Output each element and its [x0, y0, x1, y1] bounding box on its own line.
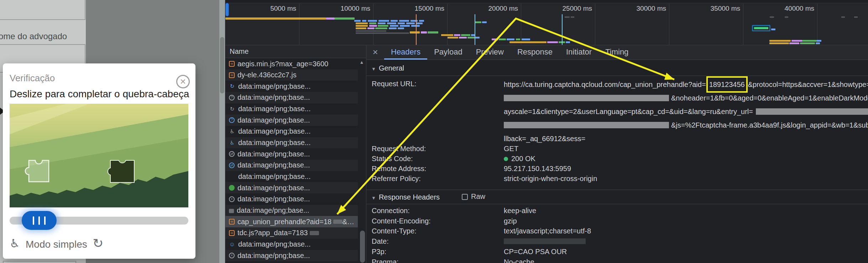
waterfall-bar	[335, 17, 355, 20]
header-row[interactable]: Remote Address:95.217.150.143:5959	[366, 164, 868, 174]
network-request-row[interactable]: ⇄data:image/png;base...	[225, 148, 358, 160]
waterfall-bar	[367, 27, 375, 29]
waterfall-bar	[375, 27, 387, 29]
tab-headers[interactable]: Headers	[384, 45, 427, 60]
network-request-row[interactable]: data:image/png;base...	[225, 205, 358, 216]
tab-timing[interactable]: Timing	[598, 45, 635, 60]
scroll-up-icon[interactable]: ▲	[359, 60, 365, 65]
network-request-row[interactable]: ✓data:image/png;base...	[225, 182, 358, 194]
network-request-row[interactable]: ↻data:image/png;base...	[225, 81, 358, 92]
timeline-tick-label: 30000 ms	[613, 5, 666, 12]
timeline-gridline	[299, 4, 299, 45]
captcha-puzzle-image	[10, 104, 188, 207]
tab-response[interactable]: Response	[511, 45, 559, 60]
network-overview-timeline[interactable]: 5000 ms10000 ms15000 ms20000 ms25000 ms3…	[225, 0, 868, 45]
network-request-row[interactable]: ‹›aegis.min.js?max_age=3600	[225, 58, 358, 69]
waterfall-bar	[565, 16, 570, 18]
header-row[interactable]: Pragma:No-cache	[366, 257, 868, 263]
network-request-row[interactable]: ?data:image/png;base...	[225, 114, 358, 126]
waterfall-bar	[771, 29, 775, 30]
network-request-row[interactable]: data:image/png;base...	[225, 171, 358, 182]
url-line-5: llback=_aq_66912&sess=	[504, 132, 868, 145]
timeline-tick-label: 15000 ms	[391, 5, 444, 12]
slider-handle[interactable]	[22, 211, 57, 230]
network-request-row[interactable]: ♿data:image/png;base...	[225, 137, 358, 149]
header-name: Request Method:	[372, 145, 426, 153]
network-request-row[interactable]: ☺data:image/png;base...	[225, 239, 358, 250]
accessibility-icon[interactable]: ♿	[10, 237, 20, 250]
close-icon[interactable]: ×	[176, 75, 190, 88]
header-row[interactable]: Request Method:GET	[366, 144, 868, 154]
header-row[interactable]: Content-Type:text/javascript;charset=utf…	[366, 226, 868, 236]
header-value: No-cache	[504, 258, 534, 263]
blank-icon	[229, 174, 235, 180]
waterfall-bar	[789, 42, 799, 44]
waterfall-bar	[225, 17, 326, 20]
name-column-header[interactable]: Name	[225, 45, 366, 58]
request-url-value[interactable]: https://ca.turing.captcha.qcloud.com/cap…	[504, 78, 868, 145]
raw-checkbox[interactable]	[462, 194, 468, 200]
general-section-title[interactable]: ▼General	[371, 64, 404, 72]
request-name: data:image/png;base...	[238, 127, 310, 135]
timeline-tick-label: 5000 ms	[243, 5, 296, 12]
header-row[interactable]: Connection:keep-alive	[366, 206, 868, 216]
request-name: data:image/png;base...	[238, 82, 310, 91]
swap-icon: ⇄	[229, 163, 235, 168]
swap-icon: ⇄	[229, 151, 235, 157]
waterfall-bar	[571, 16, 574, 18]
network-request-row[interactable]: ?data:image/png;base...	[225, 92, 358, 103]
header-value: GET	[504, 145, 518, 153]
header-row[interactable]: Date:	[366, 237, 868, 247]
timeline-gridline	[447, 4, 448, 45]
form-field[interactable]	[3, 261, 76, 263]
waterfall-bar	[398, 27, 404, 29]
waterfall-bar	[448, 37, 458, 38]
waterfall-bar	[411, 25, 420, 27]
network-request-row[interactable]: ⇄data:image/png;base...	[225, 160, 358, 171]
timeline-tick-label: 25000 ms	[539, 5, 592, 12]
smiley-icon: ☺	[229, 241, 235, 248]
waterfall-bar	[507, 38, 514, 40]
form-field-label: ome do advogado	[0, 31, 88, 41]
simple-mode-button[interactable]: Modo simples	[26, 239, 87, 250]
network-request-row[interactable]: ×data:image/png;base...	[225, 194, 358, 205]
waterfall-bar	[800, 42, 815, 44]
refresh-icon[interactable]: ↻	[93, 236, 103, 251]
response-headers-section-title[interactable]: ▼Response Headers	[371, 193, 440, 201]
waterfall-bar	[816, 42, 820, 44]
header-row[interactable]: Status Code:200 OK	[366, 154, 868, 164]
network-request-row[interactable]: ×data:image/png;base...	[225, 250, 358, 261]
overview-drag-handle[interactable]	[225, 3, 229, 16]
page-scrollbar-thumb[interactable]	[220, 37, 224, 93]
waterfall-bar	[841, 16, 845, 18]
network-scrollbar-thumb[interactable]	[360, 231, 365, 263]
network-request-row[interactable]: ‹›dy-ele.436cc2c7.js	[225, 69, 358, 81]
network-request-row[interactable]: ×data:image/png;base...	[225, 261, 358, 263]
network-request-row[interactable]: ‹›cap_union_prehandle?aid=189&…	[225, 216, 358, 227]
check-icon: ✓	[229, 185, 235, 191]
refresh-icon: ↻	[229, 83, 235, 89]
puzzle-target-hole	[108, 160, 134, 182]
network-request-row[interactable]: ↻data:image/png;base...	[225, 103, 358, 115]
network-request-row[interactable]: ♿data:image/png;base...	[225, 126, 358, 137]
header-row[interactable]: Content-Encoding:gzip	[366, 216, 868, 226]
divider	[366, 76, 868, 76]
image-file-icon	[229, 209, 234, 213]
header-row[interactable]: P3p:CP=CAO PSA OUR	[366, 247, 868, 257]
close-details-icon[interactable]: ×	[366, 45, 384, 60]
request-name: data:image/png;base...	[237, 195, 310, 203]
tab-initiator[interactable]: Initiator	[559, 45, 598, 60]
overview-top-strip	[225, 0, 868, 3]
request-name: data:image/png;base...	[237, 116, 310, 124]
page-scrollbar[interactable]	[219, 0, 225, 263]
form-field[interactable]	[0, 0, 85, 20]
request-name: data:image/png;base...	[238, 172, 310, 181]
redaction-blur	[310, 231, 319, 235]
network-request-row[interactable]: ‹›tdc.js?app_data=7183	[225, 227, 358, 239]
header-row[interactable]: Referrer Policy:strict-origin-when-cross…	[366, 174, 868, 184]
waterfall-bar	[566, 41, 570, 43]
script-file-icon: ‹›	[229, 72, 235, 78]
request-name: tdc.js?app_data=7183	[237, 229, 308, 237]
tab-preview[interactable]: Preview	[469, 45, 511, 60]
tab-payload[interactable]: Payload	[427, 45, 469, 60]
